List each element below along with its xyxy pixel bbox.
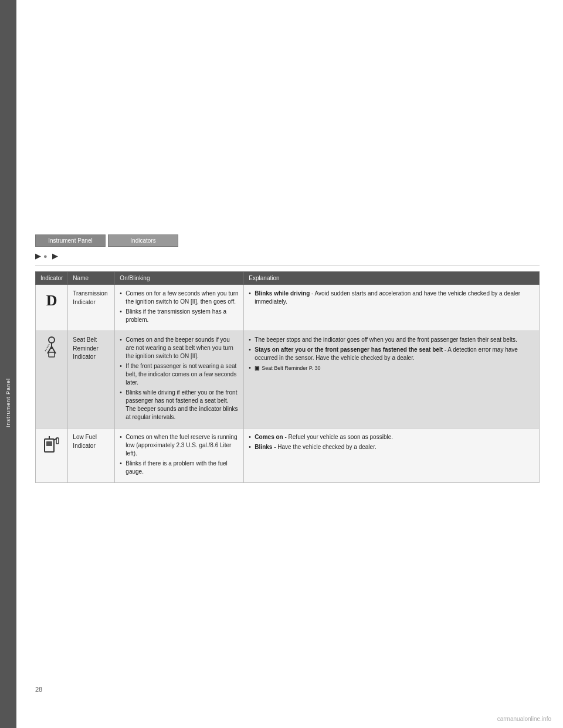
svg-rect-4 <box>49 352 55 357</box>
explanation-fuel: Comes on - Refuel your vehicle as soon a… <box>244 428 540 483</box>
list-item: Comes on for a few seconds when you turn… <box>120 290 239 306</box>
seatbelt-on-blinking-list: Comes on and the beeper sounds if you ar… <box>120 336 239 421</box>
col-header-indicator: Indicator <box>36 272 68 285</box>
indicator-icon-fuel <box>36 428 68 483</box>
table-row: D TransmissionIndicator Comes on for a f… <box>36 285 540 331</box>
transmission-on-blinking-list: Comes on for a few seconds when you turn… <box>120 290 239 324</box>
ref-link: Seat Belt Reminder P. 30 <box>262 365 320 371</box>
breadcrumb-arrow-right: ▶ <box>52 251 58 260</box>
table-header-row: Indicator Name On/Blinking Explanation <box>36 272 540 285</box>
divider <box>35 265 540 266</box>
list-item: Blinks if the transmission system has a … <box>120 308 239 324</box>
tab-instrument-panel[interactable]: Instrument Panel <box>35 234 106 247</box>
bold-term: Comes on <box>255 434 283 440</box>
ref-icon: ▣ <box>255 365 260 371</box>
indicator-icon-transmission: D <box>36 285 68 331</box>
list-item: ▣ Seat Belt Reminder P. 30 <box>249 364 534 372</box>
table-row: Low FuelIndicator Comes on when the fuel… <box>36 428 540 483</box>
list-item: Blinks while driving - Avoid sudden star… <box>249 290 534 306</box>
sidebar: Instrument Panel <box>0 0 16 728</box>
bold-term: Stays on after you or the front passenge… <box>255 346 443 353</box>
page-container: Instrument Panel Instrument Panel Indica… <box>0 0 563 728</box>
seatbelt-explanation-list: The beeper stops and the indicator goes … <box>249 336 534 372</box>
breadcrumb-middle: ● <box>43 253 48 260</box>
list-item: Blinks if there is a problem with the fu… <box>120 460 239 476</box>
list-item: Blinks while driving if either you or th… <box>120 389 239 421</box>
col-header-explanation: Explanation <box>244 272 540 285</box>
svg-rect-9 <box>56 438 59 444</box>
sidebar-label: Instrument Panel <box>5 378 11 427</box>
indicator-name-transmission: TransmissionIndicator <box>68 285 115 331</box>
transmission-d-icon: D <box>46 292 57 309</box>
page-number: 28 <box>35 686 42 693</box>
indicator-table: Indicator Name On/Blinking Explanation D… <box>35 271 540 483</box>
indicator-name-seatbelt: Seat BeltReminderIndicator <box>68 331 115 428</box>
fuel-on-blinking-list: Comes on when the fuel reserve is runnin… <box>120 433 239 476</box>
transmission-explanation-list: Blinks while driving - Avoid sudden star… <box>249 290 534 306</box>
list-item: Comes on and the beeper sounds if you ar… <box>120 336 239 360</box>
list-item: The beeper stops and the indicator goes … <box>249 336 534 344</box>
footer-watermark: carmanualonline.info <box>497 716 551 722</box>
col-header-on-blinking: On/Blinking <box>115 272 244 285</box>
bold-term: Blinks <box>255 444 272 450</box>
fuel-icon <box>42 433 61 455</box>
col-header-name: Name <box>68 272 115 285</box>
indicator-icon-seatbelt <box>36 331 68 428</box>
on-blinking-seatbelt: Comes on and the beeper sounds if you ar… <box>115 331 244 428</box>
list-item: If the front passenger is not wearing a … <box>120 362 239 387</box>
svg-line-5 <box>45 344 49 351</box>
on-blinking-transmission: Comes on for a few seconds when you turn… <box>115 285 244 331</box>
tab-indicators[interactable]: Indicators <box>108 234 178 247</box>
seatbelt-icon <box>42 336 61 358</box>
indicator-name-fuel: Low FuelIndicator <box>68 428 115 483</box>
list-item: Stays on after you or the front passenge… <box>249 346 534 362</box>
list-item: Blinks - Have the vehicle checked by a d… <box>249 443 534 451</box>
svg-point-0 <box>49 337 55 343</box>
svg-rect-7 <box>46 441 52 446</box>
list-item: Comes on - Refuel your vehicle as soon a… <box>249 433 534 441</box>
explanation-transmission: Blinks while driving - Avoid sudden star… <box>244 285 540 331</box>
breadcrumb: ▶ ● ▶ <box>35 251 540 260</box>
bold-term: Blinks while driving <box>255 290 310 297</box>
nav-area: Instrument Panel Indicators ▶ ● ▶ Indica… <box>35 234 540 483</box>
on-blinking-fuel: Comes on when the fuel reserve is runnin… <box>115 428 244 483</box>
nav-tabs: Instrument Panel Indicators <box>35 234 540 247</box>
fuel-explanation-list: Comes on - Refuel your vehicle as soon a… <box>249 433 534 451</box>
list-item: Comes on when the fuel reserve is runnin… <box>120 433 239 458</box>
table-row: Seat BeltReminderIndicator Comes on and … <box>36 331 540 428</box>
breadcrumb-arrow-left: ▶ <box>35 251 41 260</box>
explanation-seatbelt: The beeper stops and the indicator goes … <box>244 331 540 428</box>
